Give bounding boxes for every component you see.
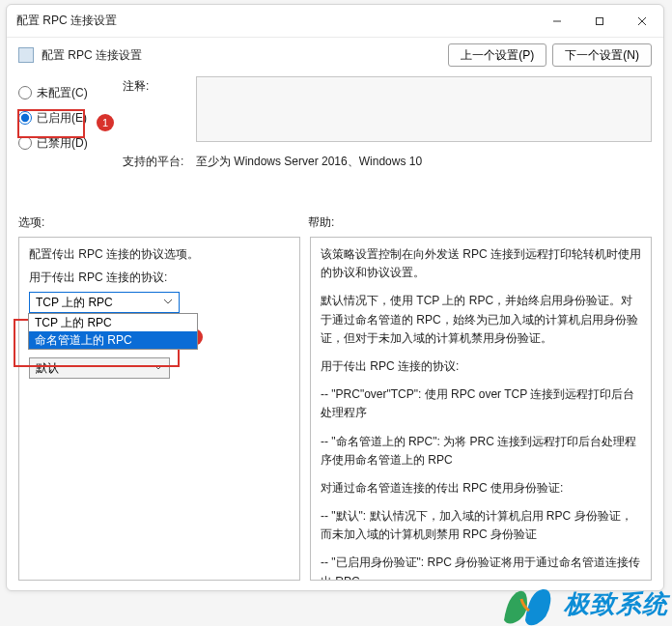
minimize-button[interactable] — [536, 7, 578, 36]
help-p1: 该策略设置控制在向外发送 RPC 连接到远程打印轮转机时使用的协议和协议设置。 — [321, 245, 641, 282]
close-button[interactable] — [621, 7, 663, 36]
comment-label: 注释: — [123, 76, 186, 142]
auth-select[interactable]: 默认 — [29, 357, 170, 379]
watermark-text: 极致系统 — [564, 587, 668, 621]
minimize-icon — [552, 16, 562, 26]
options-panel: 配置传出 RPC 连接的协议选项。 用于传出 RPC 连接的协议: TCP 上的… — [18, 237, 300, 581]
comment-box[interactable] — [196, 76, 652, 142]
titlebar: 配置 RPC 连接设置 — [7, 5, 663, 38]
state-radios: 未配置(C) 已启用(E) 已禁用(D) — [18, 76, 109, 170]
header-title: 配置 RPC 连接设置 — [42, 47, 440, 64]
previous-setting-button[interactable]: 上一个设置(P) — [448, 43, 546, 67]
protocol-select-display[interactable]: TCP 上的 RPC — [29, 292, 180, 313]
radio-not-configured[interactable]: 未配置(C) — [18, 80, 109, 105]
protocol-label: 用于传出 RPC 连接的协议: — [29, 269, 290, 286]
radio-disabled-input[interactable] — [18, 136, 32, 150]
nav-buttons: 上一个设置(P) 下一个设置(N) — [448, 43, 652, 67]
protocol-dropdown: TCP 上的 RPC 命名管道上的 RPC — [28, 313, 198, 350]
maximize-button[interactable] — [578, 7, 621, 36]
chevron-down-icon — [154, 361, 163, 375]
radio-not-configured-label: 未配置(C) — [37, 85, 88, 101]
panes: 配置传出 RPC 连接的协议选项。 用于传出 RPC 连接的协议: TCP 上的… — [7, 235, 663, 590]
help-p4a: -- "默认": 默认情况下，加入域的计算机启用 RPC 身份验证，而未加入域的… — [321, 507, 641, 544]
platform-label: 支持的平台: — [123, 152, 186, 170]
options-label: 选项: — [18, 214, 308, 231]
pane-labels: 选项: 帮助: — [7, 170, 663, 235]
maximize-icon — [595, 16, 604, 26]
radio-enabled[interactable]: 已启用(E) — [18, 105, 109, 130]
dropdown-item-tcp[interactable]: TCP 上的 RPC — [29, 314, 197, 331]
protocol-select[interactable]: TCP 上的 RPC TCP 上的 RPC 命名管道上的 RPC — [29, 292, 180, 313]
window-title: 配置 RPC 连接设置 — [16, 13, 536, 29]
help-p2: 默认情况下，使用 TCP 上的 RPC，并始终启用身份验证。对于通过命名管道的 … — [321, 292, 641, 348]
header-row: 配置 RPC 连接设置 上一个设置(P) 下一个设置(N) — [7, 38, 663, 72]
dropdown-item-named-pipe[interactable]: 命名管道上的 RPC — [29, 331, 197, 349]
help-label: 帮助: — [308, 214, 652, 231]
close-icon — [637, 16, 647, 26]
title-label: 配置 RPC 连接设置 — [16, 13, 117, 29]
help-p3a: -- "PRC"over"TCP": 使用 RPC over TCP 连接到远程… — [321, 385, 641, 422]
radio-disabled-label: 已禁用(D) — [37, 135, 88, 152]
options-desc: 配置传出 RPC 连接的协议选项。 — [29, 245, 290, 263]
platform-value: 至少为 Windows Server 2016、Windows 10 — [196, 152, 422, 170]
platform-row: 支持的平台: 至少为 Windows Server 2016、Windows 1… — [123, 152, 652, 170]
watermark: 极致系统 — [494, 582, 668, 626]
radio-not-configured-input[interactable] — [18, 86, 32, 100]
window-controls — [536, 7, 663, 36]
radio-enabled-input[interactable] — [18, 111, 32, 125]
protocol-selected-text: TCP 上的 RPC — [36, 295, 113, 311]
help-p3: 用于传出 RPC 连接的协议: — [321, 357, 641, 376]
watermark-logo-icon — [494, 582, 558, 626]
chevron-down-icon — [163, 296, 173, 309]
help-p4: 对通过命名管道连接的传出 RPC 使用身份验证: — [321, 479, 641, 498]
info-column: 注释: 支持的平台: 至少为 Windows Server 2016、Windo… — [123, 76, 652, 170]
help-p4b: -- "已启用身份验证": RPC 身份验证将用于通过命名管道连接传出 RPC — [321, 554, 641, 581]
annotation-badge-1: 1 — [97, 114, 114, 131]
radio-enabled-label: 已启用(E) — [37, 110, 87, 127]
next-setting-button[interactable]: 下一个设置(N) — [552, 43, 652, 67]
auth-selected-text: 默认 — [36, 360, 59, 377]
policy-icon — [18, 47, 34, 63]
help-panel: 该策略设置控制在向外发送 RPC 连接到远程打印轮转机时使用的协议和协议设置。 … — [310, 237, 652, 581]
dialog-window: 配置 RPC 连接设置 配置 RPC 连接设置 上一个设置(P) 下一个设置(N… — [6, 4, 664, 591]
radio-disabled[interactable]: 已禁用(D) — [18, 130, 109, 156]
comment-row: 注释: — [123, 76, 652, 142]
svg-rect-1 — [597, 17, 603, 24]
help-p3b: -- "命名管道上的 RPC": 为将 PRC 连接到远程打印后台处理程序使用命… — [321, 433, 641, 470]
